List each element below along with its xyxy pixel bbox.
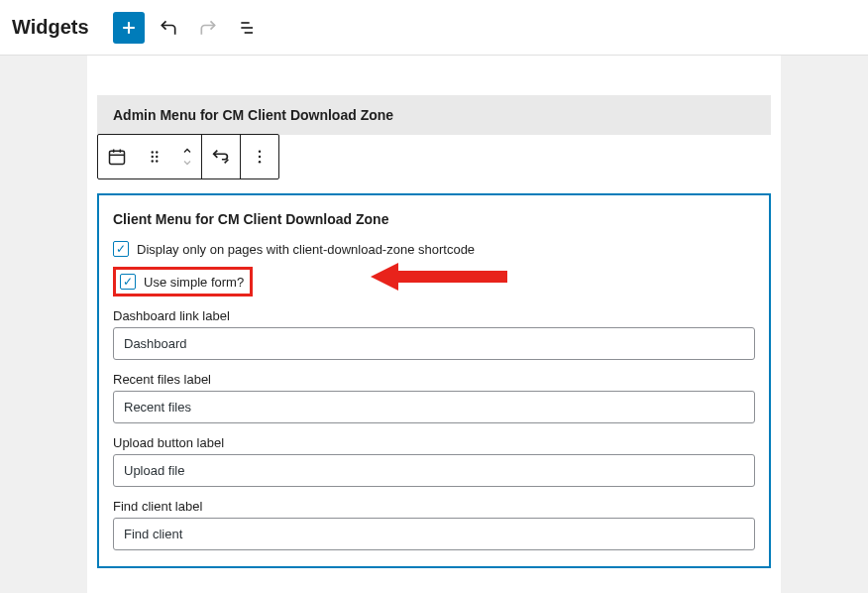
undo-icon — [159, 18, 178, 38]
find-label: Find client label — [113, 499, 755, 514]
svg-point-9 — [152, 151, 154, 153]
checkbox-shortcode-row[interactable]: ✓ Display only on pages with client-down… — [113, 241, 755, 257]
block-drag-handle[interactable] — [136, 135, 173, 178]
client-widget-title: Client Menu for CM Client Download Zone — [113, 211, 755, 227]
chevron-down-icon — [180, 157, 194, 169]
swap-icon — [210, 146, 232, 168]
editor-stage: Admin Menu for CM Client Download Zone — [0, 56, 868, 593]
upload-input[interactable] — [113, 454, 755, 487]
page-title: Widgets — [12, 16, 89, 39]
block-transform-button[interactable] — [202, 135, 240, 178]
find-input[interactable] — [113, 518, 755, 550]
redo-icon — [198, 18, 218, 38]
editor-canvas: Admin Menu for CM Client Download Zone — [87, 56, 781, 593]
add-block-button[interactable] — [113, 12, 145, 44]
redo-button[interactable] — [192, 12, 224, 44]
arrow-left-icon — [371, 261, 509, 293]
callout-arrow — [371, 261, 509, 296]
svg-point-17 — [259, 161, 261, 163]
undo-button[interactable] — [153, 12, 184, 44]
checkbox-simple-form[interactable]: ✓ — [120, 274, 136, 290]
client-widget-block: Client Menu for CM Client Download Zone … — [97, 193, 771, 568]
more-vertical-icon — [251, 148, 269, 166]
svg-marker-18 — [371, 263, 507, 291]
svg-point-12 — [156, 156, 158, 158]
highlight-simple-form: ✓ Use simple form? — [113, 267, 253, 296]
admin-widget-block: Admin Menu for CM Client Download Zone — [97, 95, 771, 179]
checkbox-shortcode-label: Display only on pages with client-downlo… — [137, 242, 475, 257]
checkbox-shortcode[interactable]: ✓ — [113, 241, 129, 257]
svg-rect-5 — [110, 151, 125, 164]
upload-label: Upload button label — [113, 435, 755, 450]
chevron-up-icon — [180, 145, 194, 157]
recent-input[interactable] — [113, 391, 755, 423]
block-toolbar — [97, 134, 279, 179]
checkbox-simple-form-label: Use simple form? — [144, 275, 244, 290]
svg-point-16 — [259, 156, 261, 158]
block-mover[interactable] — [173, 135, 201, 178]
svg-point-15 — [259, 151, 261, 153]
plus-icon — [119, 18, 139, 38]
svg-point-11 — [152, 156, 154, 158]
dashboard-label: Dashboard link label — [113, 308, 755, 323]
block-options-button[interactable] — [241, 135, 278, 178]
recent-label: Recent files label — [113, 372, 755, 387]
svg-point-10 — [156, 151, 158, 153]
block-type-button[interactable] — [98, 135, 136, 178]
svg-point-13 — [152, 160, 154, 162]
admin-widget-title[interactable]: Admin Menu for CM Client Download Zone — [97, 95, 771, 135]
list-view-button[interactable] — [232, 12, 264, 44]
dashboard-input[interactable] — [113, 327, 755, 360]
calendar-icon — [107, 147, 127, 167]
drag-icon — [146, 148, 163, 166]
list-view-icon — [238, 18, 258, 38]
svg-point-14 — [156, 160, 158, 162]
editor-topbar: Widgets — [0, 0, 868, 56]
